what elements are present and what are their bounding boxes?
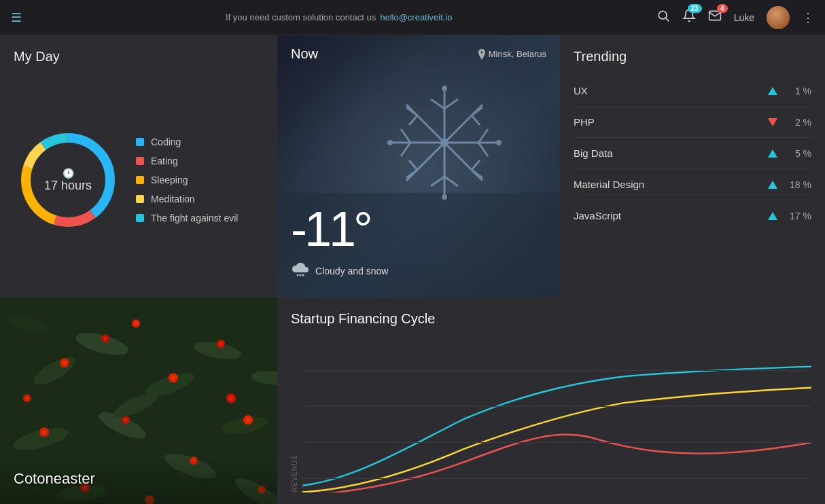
legend-label-meditation: Meditation [151,194,195,204]
weather-title: Now [291,46,318,62]
weather-temperature: -11° [291,201,370,257]
my-day-title: My Day [14,49,264,65]
svg-line-20 [478,129,488,143]
legend: Coding Eating Sleeping Meditation [136,137,238,223]
weather-background [277,35,560,298]
svg-point-0 [659,11,667,19]
svg-point-60 [124,418,128,422]
svg-point-74 [26,397,29,400]
trending-name-materialdesign: Material Design [574,179,768,190]
svg-point-31 [442,86,447,91]
chart-title: Startup Financing Cycle [291,311,811,327]
trending-name-javascript: JavaScript [574,210,768,221]
bottom-row: Cotoneaster Startup Financing Cycle REVE… [0,298,825,504]
svg-point-32 [442,194,447,200]
svg-point-70 [135,322,138,325]
trending-name-bigdata: Big Data [574,147,768,159]
trending-pct-javascript: 17 % [784,211,811,221]
trending-item-php: PHP 2 % [574,107,811,138]
legend-dot-coding [136,138,144,146]
legend-item: Meditation [136,194,238,204]
grid-line [302,370,811,371]
messages-badge: 4 [717,4,728,13]
legend-label-eating: Eating [151,156,178,166]
legend-label-fight: The fight against evil [151,213,238,223]
svg-line-1 [665,18,669,22]
svg-line-27 [409,160,417,170]
trending-pct-ux: 1 % [784,86,811,96]
trending-arrow-up [768,181,777,189]
svg-point-62 [246,418,250,422]
donut-chart: 🕐 17 hours [14,126,122,234]
svg-point-72 [229,397,233,401]
trending-pct-php: 2 % [784,117,811,128]
avatar[interactable] [767,6,790,29]
grid-line [302,478,811,479]
weather-location: Minsk, Belarus [478,49,546,60]
svg-line-17 [444,177,458,186]
trending-name-php: PHP [574,116,768,128]
chart-grid-lines [302,334,811,479]
notifications-button[interactable]: 23 [682,9,696,26]
donut-center: 🕐 17 hours [44,167,92,192]
contact-text: If you need custom solution contact us [226,12,376,22]
trending-pct-bigdata: 5 % [784,148,811,159]
cotoneaster-label: Cotoneaster [14,470,95,488]
svg-point-37 [302,274,304,276]
top-row: My Day [0,35,825,298]
avatar-image [767,6,790,29]
svg-line-23 [409,115,417,125]
svg-line-15 [444,99,458,109]
header-center: If you need custom solution contact us h… [226,12,453,22]
svg-line-16 [431,177,444,186]
svg-line-29 [472,160,480,170]
main-content: My Day [0,35,825,504]
contact-email[interactable]: hello@creativeit.io [380,12,452,22]
messages-button[interactable]: 4 [708,9,722,26]
svg-line-28 [472,170,482,178]
trending-name-ux: UX [574,85,768,96]
weather-header: Now Minsk, Belarus [291,46,546,62]
trending-arrow-up [768,87,777,95]
chart-y-label: REVENUE [291,334,298,492]
svg-point-34 [496,140,502,145]
weather-desc-text: Cloudy and snow [315,266,388,276]
grid-line [302,442,811,443]
svg-line-25 [472,115,480,125]
svg-point-58 [42,431,46,435]
svg-point-30 [440,139,449,147]
hamburger-icon[interactable]: ☰ [11,10,22,25]
legend-dot-fight [136,214,144,222]
legend-dot-sleeping [136,176,144,184]
trending-title: Trending [574,49,811,65]
svg-point-54 [171,376,175,380]
cotoneaster-panel: Cotoneaster [0,298,277,504]
header-right: 23 4 Luke ⋮ [656,6,814,29]
header: ☰ If you need custom solution contact us… [0,0,825,35]
cloud-snow-icon [291,261,310,281]
svg-line-21 [478,143,488,156]
svg-point-52 [104,337,107,340]
svg-point-56 [220,342,223,346]
donut-hours: 17 hours [44,178,92,192]
clock-icon: 🕐 [44,167,92,178]
weather-panel: Now Minsk, Belarus -11° Cloudy and snow [277,35,560,298]
legend-label-sleeping: Sleeping [151,175,188,185]
grid-line [302,334,811,334]
svg-line-22 [406,107,417,115]
chart-svg-container [302,334,811,492]
legend-item: Sleeping [136,175,238,185]
legend-label-coding: Coding [151,137,181,147]
svg-point-50 [63,361,67,365]
legend-dot-eating [136,157,144,165]
search-button[interactable] [656,9,670,26]
trending-arrow-up [768,212,777,220]
more-options-icon[interactable]: ⋮ [802,10,814,25]
trending-item-javascript: JavaScript 17 % [574,200,811,231]
trending-item-ux: UX 1 % [574,75,811,107]
svg-line-18 [401,129,410,143]
svg-line-19 [401,143,410,156]
user-name: Luke [734,12,754,23]
chart-legend-container: 🕐 17 hours Coding Eating Sle [14,75,264,284]
trending-arrow-up [768,149,777,158]
